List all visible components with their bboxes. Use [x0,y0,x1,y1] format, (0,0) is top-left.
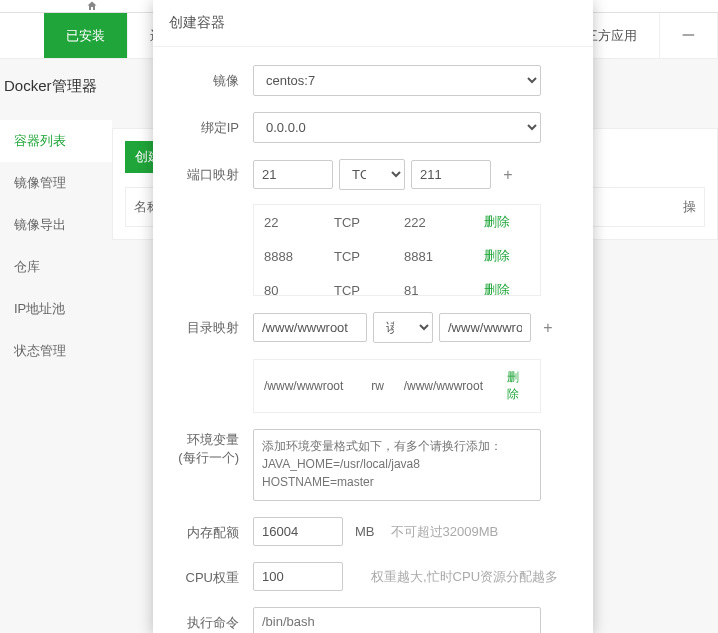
dir-mode-select[interactable]: 读写 [373,312,433,343]
label-mem: 内存配额 [173,517,253,542]
home-icon [85,0,99,12]
port-proto-select[interactable]: TCP [339,159,405,190]
sidebar-item-status[interactable]: 状态管理 [0,330,112,372]
col-op: 操 [683,198,696,216]
port-row: 8888 TCP 8881 删除 [254,239,540,273]
port-delete-link[interactable]: 删除 [484,247,510,265]
sidebar-item-containers[interactable]: 容器列表 [0,120,112,162]
dir-list: /www/wwwroot rw /www/wwwroot 删除 [253,359,541,413]
dir-add-button[interactable]: + [537,319,559,337]
port-dst-input[interactable] [411,160,491,189]
cpu-input[interactable] [253,562,343,591]
port-row: 80 TCP 81 删除 [254,273,540,296]
port-delete-link[interactable]: 删除 [484,281,510,296]
label-cmd: 执行命令 [173,607,253,632]
port-src-input[interactable] [253,160,333,189]
dir-host-input[interactable] [253,313,367,342]
port-row: 22 TCP 222 删除 [254,205,540,239]
sidebar: 容器列表 镜像管理 镜像导出 仓库 IP地址池 状态管理 [0,120,112,372]
dir-container-input[interactable] [439,313,531,342]
sidebar-item-export[interactable]: 镜像导出 [0,204,112,246]
dir-delete-link[interactable]: 删除 [507,369,530,403]
label-env: 环境变量 (每行一个) [173,429,253,467]
cpu-hint: 权重越大,忙时CPU资源分配越多 [371,568,558,586]
mem-input[interactable] [253,517,343,546]
label-cpu: CPU权重 [173,562,253,587]
mem-hint: 不可超过32009MB [391,523,499,541]
ip-select[interactable]: 0.0.0.0 [253,112,541,143]
tab-installed[interactable]: 已安装 [44,13,128,58]
label-dir-map: 目录映射 [173,312,253,337]
env-textarea[interactable] [253,429,541,501]
modal-title: 创建容器 [153,0,593,47]
sidebar-item-ip-pool[interactable]: IP地址池 [0,288,112,330]
cmd-input[interactable] [253,607,541,633]
sidebar-item-images[interactable]: 镜像管理 [0,162,112,204]
create-container-modal: 创建容器 镜像 centos:7 绑定IP 0.0.0.0 端口映射 [153,0,593,633]
port-delete-link[interactable]: 删除 [484,213,510,231]
port-add-button[interactable]: + [497,166,519,184]
label-port-map: 端口映射 [173,159,253,184]
tab-more[interactable]: 一 [660,13,718,58]
port-list: 22 TCP 222 删除 8888 TCP 8881 删除 80 TCP [253,204,541,296]
mem-unit: MB [355,524,375,539]
sidebar-item-repo[interactable]: 仓库 [0,246,112,288]
dir-row: /www/wwwroot rw /www/wwwroot 删除 [254,360,540,412]
label-bind-ip: 绑定IP [173,112,253,137]
image-select[interactable]: centos:7 [253,65,541,96]
label-image: 镜像 [173,65,253,90]
